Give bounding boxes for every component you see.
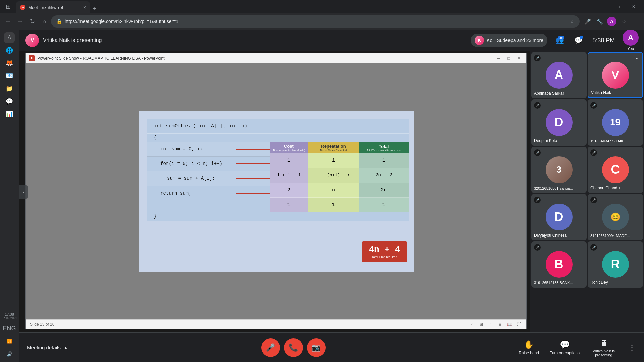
- people-icon-btn[interactable]: 👥 36: [553, 34, 566, 47]
- rep-column: Repeatation No. of Times Executed 1 1 + …: [308, 142, 359, 212]
- mute-btn[interactable]: 🎤: [261, 338, 280, 357]
- total-cell-4: 1: [359, 198, 409, 212]
- grid-view-btn[interactable]: ⊞: [497, 321, 503, 328]
- deepthi-mic-off: 🎤: [534, 102, 541, 109]
- chat-icon-btn[interactable]: 💬: [572, 34, 585, 47]
- sidebar-icon-volume[interactable]: 🔊: [4, 349, 15, 359]
- next-slide-btn[interactable]: ›: [487, 321, 494, 328]
- shaik-name: 19135A0347 SHAIK ...: [590, 139, 640, 143]
- windows-start-icon[interactable]: ⊞: [3, 1, 13, 12]
- bank-name: 319126512133 BANK...: [534, 281, 584, 285]
- captions-label: Turn on captions: [550, 351, 580, 355]
- chat-badge: [580, 36, 583, 39]
- rohit-avatar: R: [602, 251, 629, 278]
- address-bar[interactable]: 🔒 https://meet.google.com/rix-ihkw-rpf?p…: [51, 15, 580, 28]
- sidebar-icon-app3[interactable]: 💬: [4, 96, 15, 107]
- participant-summary-text: Kolli Sudeepa and 23 more: [487, 38, 543, 43]
- back-btn[interactable]: ←: [3, 16, 13, 27]
- minimize-btn[interactable]: ─: [595, 1, 610, 12]
- code-line-2: for(i = 0; i < n; i++): [160, 161, 222, 166]
- deepthi-name: Deepthi Kota: [534, 138, 584, 143]
- cost-cell-1: 1: [270, 153, 308, 168]
- code-column: int sum = 0, i; for(i = 0; i < n; i++): [147, 142, 270, 212]
- active-tab[interactable]: M Meet - rix-ihkw-rpf ×: [16, 1, 90, 13]
- forward-btn[interactable]: →: [15, 16, 25, 27]
- sidebar-icon-app4[interactable]: 📊: [4, 109, 15, 119]
- ppt-title: PowerPoint Slide Show - ROADMAP TO LEARN…: [37, 56, 491, 61]
- expand-sidebar-btn[interactable]: ›: [19, 185, 28, 199]
- captions-icon: 💬: [560, 340, 570, 349]
- shaik-mic-off: 🎤: [590, 102, 597, 109]
- function-code-text: int sumOfList( int A[ ], int n): [154, 123, 247, 129]
- ppt-minimize-btn[interactable]: ─: [494, 55, 503, 62]
- total-column: Total Total Time required in worst case …: [359, 142, 409, 212]
- red-line-4: [236, 193, 270, 194]
- vritika-name: Vritika Naik: [591, 90, 640, 95]
- sidebar-icon-anits[interactable]: A: [4, 32, 15, 43]
- sidebar-icon-fire[interactable]: 🦊: [4, 58, 15, 68]
- ppt-close-btn[interactable]: ✕: [514, 55, 524, 62]
- participant-tile-sahua: 3 🎤 320126510L01 sahua...: [531, 147, 587, 193]
- tab-close-btn[interactable]: ×: [83, 5, 86, 10]
- ppt-statusbar: Slide 13 of 26 ‹ ⊞ › ⊞ 📖 ⛶: [26, 319, 526, 329]
- sidebar-icon-app2[interactable]: 📁: [4, 83, 15, 94]
- you-avatar: A: [623, 30, 639, 46]
- mic-browser-icon[interactable]: 🎤: [582, 16, 593, 27]
- opening-brace: {: [147, 134, 409, 142]
- toolbar-actions: ✋ Raise hand 💬 Turn on captions 🖥 Vritik…: [519, 338, 636, 357]
- participant-tile-bank: B 🎤 319126512133 BANK...: [531, 241, 587, 288]
- header-right-controls: K Kolli Sudeepa and 23 more 👥 36 💬 5:38 …: [471, 30, 639, 51]
- raise-hand-action[interactable]: ✋ Raise hand: [519, 340, 539, 355]
- ppt-restore-btn[interactable]: □: [504, 55, 514, 62]
- slide-info: Slide 13 of 26: [30, 322, 54, 327]
- slide-view-btn[interactable]: ⊞: [478, 321, 485, 328]
- reading-view-btn[interactable]: 📖: [506, 321, 513, 328]
- new-tab-btn[interactable]: +: [90, 4, 99, 13]
- total-cell-1: 1: [359, 153, 409, 168]
- you-label: You: [627, 46, 634, 51]
- participant-tile-chennu: C 🎤 Chennu Chandu: [588, 147, 643, 193]
- prev-slide-btn[interactable]: ‹: [469, 321, 475, 328]
- profile-icon[interactable]: A: [606, 16, 617, 27]
- cost-column: Cost Time require for line (Units) 1 1 +…: [270, 142, 308, 212]
- reload-btn[interactable]: ↻: [27, 16, 38, 27]
- slide-canvas: int sumOfList( int A[ ], int n) {: [139, 111, 414, 272]
- home-btn[interactable]: ⌂: [39, 16, 50, 27]
- shaik-avatar: 19: [602, 109, 629, 136]
- sidebar-icon-chrome[interactable]: 🌐: [4, 45, 15, 56]
- restore-btn[interactable]: □: [610, 1, 626, 12]
- total-cell-3: 2n: [359, 183, 409, 198]
- divya-avatar: D: [546, 204, 573, 230]
- vritika-more-btn[interactable]: ···: [636, 55, 640, 61]
- code-row-2: for(i = 0; i < n; i++): [147, 157, 270, 171]
- more-options-action[interactable]: ⋮: [628, 343, 636, 352]
- lock-icon: 🔒: [56, 19, 62, 24]
- participant-tile-made: 😊 🎤 319126510094 MADE...: [588, 194, 643, 240]
- address-text: https://meet.google.com/rix-ihkw-rpf?pli…: [65, 19, 567, 24]
- camera-btn[interactable]: 📷: [307, 338, 326, 357]
- participant-tile-deepthi: D 🎤 Deepthi Kota: [531, 99, 587, 146]
- meeting-details-btn[interactable]: Meeting details ▲: [27, 345, 68, 350]
- call-controls: 🎤 📞 📷: [261, 338, 326, 357]
- vritika-avatar: V: [602, 62, 629, 89]
- table-area: int sum = 0, i; for(i = 0; i < n; i++): [147, 142, 409, 212]
- main-content: V Vritika Naik is presenting K Kolli Sud…: [19, 30, 644, 362]
- participant-tile-vritika: V ··· Vritika Naik: [588, 52, 643, 98]
- captions-action[interactable]: 💬 Turn on captions: [550, 340, 580, 355]
- close-btn[interactable]: ✕: [626, 1, 641, 12]
- sidebar-icon-app1[interactable]: 📧: [4, 70, 15, 81]
- extension-icon[interactable]: 🔧: [594, 16, 605, 27]
- tab-favicon: M: [20, 5, 25, 10]
- star-icon[interactable]: ☆: [619, 16, 629, 27]
- participants-panel: A 🎤 Abhinaba Sarkar V ··· Vritika Naik D: [530, 51, 644, 332]
- bank-avatar: B: [546, 251, 573, 278]
- participant-summary-btn[interactable]: K Kolli Sudeepa and 23 more: [471, 34, 547, 47]
- fullscreen-btn[interactable]: ⛶: [516, 321, 522, 328]
- made-mic-off: 🎤: [590, 197, 597, 203]
- function-header: int sumOfList( int A[ ], int n): [147, 119, 409, 134]
- sidebar-icon-wifi[interactable]: 📶: [4, 336, 15, 347]
- sidebar-icon-lang[interactable]: ENG: [4, 323, 15, 334]
- browser-more-icon[interactable]: ⋮: [631, 16, 641, 27]
- end-call-btn[interactable]: 📞: [284, 338, 303, 357]
- presenting-action[interactable]: 🖥 Vritika Naik is presenting: [590, 338, 617, 357]
